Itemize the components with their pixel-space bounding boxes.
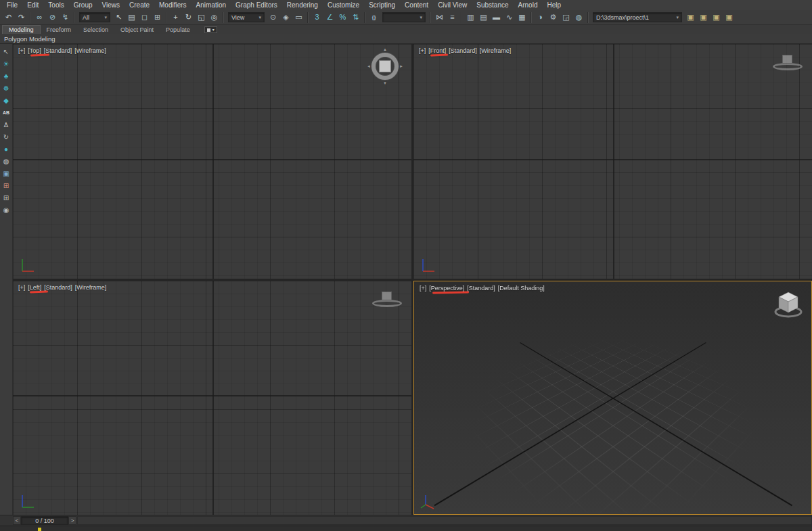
person-icon[interactable]: ♙	[3, 120, 9, 129]
toggle-scene-explorer-icon[interactable]: ▥	[464, 11, 477, 24]
render-setup-icon[interactable]: ⚙	[547, 11, 560, 24]
time-previous-button[interactable]: <	[13, 516, 21, 525]
menu-item-animation[interactable]: Animation	[191, 0, 231, 10]
viewport-menu-standard[interactable]: [Standard]	[467, 285, 495, 292]
curve-editor-icon[interactable]: ∿	[503, 11, 516, 24]
eye-icon[interactable]: ◉	[3, 206, 9, 214]
window-crossing-icon[interactable]: ⊞	[151, 11, 164, 24]
percent-snap-toggle-icon[interactable]: %	[336, 11, 349, 24]
viewport-menu-standard[interactable]: [Standard]	[44, 284, 72, 291]
rotate-icon[interactable]: ↻	[3, 133, 9, 141]
ribbon-tab-populate[interactable]: Populate	[160, 26, 196, 34]
fan-icon[interactable]: ☸	[3, 84, 9, 93]
select-and-scale-icon[interactable]: ◱	[195, 11, 208, 24]
viewport-menu-pov[interactable]: [Perspective]	[429, 285, 464, 292]
select-and-place-icon[interactable]: ◎	[208, 11, 221, 24]
render-preset-c-icon[interactable]: ▣	[710, 11, 723, 24]
viewport-menu-shading[interactable]: [Wireframe]	[74, 47, 106, 54]
redo-icon[interactable]: ↷	[15, 11, 28, 24]
viewport-menu-general[interactable]: [+]	[18, 284, 25, 291]
viewcube[interactable]	[372, 292, 402, 307]
render-production-icon[interactable]: ◍	[572, 11, 585, 24]
unlink-selection-icon[interactable]: ⊘	[46, 11, 59, 24]
viewcube-arrow-up-icon[interactable]: ▲	[383, 47, 387, 51]
select-by-name-icon[interactable]: ▤	[125, 11, 138, 24]
viewcube-arrow-down-icon[interactable]: ▼	[383, 81, 387, 85]
light-icon[interactable]: ☀	[3, 60, 9, 68]
menu-item-rendering[interactable]: Rendering	[282, 0, 323, 10]
rendered-frame-window-icon[interactable]: ◲	[560, 11, 572, 24]
select-and-rotate-icon[interactable]: ↻	[182, 11, 195, 24]
viewcube[interactable]	[773, 55, 803, 70]
undo-icon[interactable]: ↶	[2, 11, 15, 24]
viewport-menu-pov[interactable]: [Front]	[428, 47, 446, 54]
viewport-menu-standard[interactable]: [Standard]	[449, 47, 477, 54]
menu-item-civil-view[interactable]: Civil View	[433, 0, 472, 10]
angle-snap-toggle-icon[interactable]: ∠	[323, 11, 336, 24]
menu-item-customize[interactable]: Customize	[323, 0, 364, 10]
viewport-menu-pov[interactable]: [Top]	[28, 47, 41, 54]
droplet-icon[interactable]: ◆	[3, 96, 9, 105]
viewport-menu-standard[interactable]: [Standard]	[44, 47, 72, 54]
viewport-menu-general[interactable]: [+]	[419, 47, 426, 54]
time-slider-value[interactable]: 0 / 100	[21, 516, 68, 525]
viewport-left[interactable]: [+] [Left] [Standard] [Wireframe]	[13, 281, 411, 515]
ab-text-icon[interactable]: AB	[3, 108, 9, 117]
monitor-icon[interactable]: ▣	[3, 169, 9, 178]
sphere-icon[interactable]: ●	[4, 145, 8, 154]
reference-coordinate-system-dropdown[interactable]: View▾	[228, 12, 265, 22]
bulb-icon[interactable]: ◍	[3, 157, 9, 166]
ribbon-panel-title[interactable]: Polygon Modeling	[4, 35, 55, 43]
menu-item-create[interactable]: Create	[125, 0, 154, 10]
menu-item-modifiers[interactable]: Modifiers	[154, 0, 191, 10]
menu-item-graph-editors[interactable]: Graph Editors	[231, 0, 282, 10]
menu-item-views[interactable]: Views	[97, 0, 125, 10]
menu-item-arnold[interactable]: Arnold	[514, 0, 543, 10]
menu-item-content[interactable]: Content	[400, 0, 433, 10]
ribbon-config-button[interactable]: ▾	[204, 26, 217, 33]
select-and-manipulate-icon[interactable]: ◈	[279, 11, 292, 24]
viewport-front[interactable]: [+] [Front] [Standard] [Wireframe]	[413, 44, 812, 279]
material-editor-icon[interactable]: ◑	[534, 11, 547, 24]
schematic-view-icon[interactable]: ▦	[516, 11, 528, 24]
keyboard-shortcut-override-icon[interactable]: ▭	[292, 11, 305, 24]
viewport-menu-shading[interactable]: [Wireframe]	[480, 47, 512, 54]
time-next-button[interactable]: >	[68, 516, 76, 525]
ribbon-tab-freeform[interactable]: Freeform	[41, 26, 78, 34]
project-path-field[interactable]: D:\3dsmax\proect\1▾	[593, 12, 682, 22]
render-preset-b-icon[interactable]: ▣	[697, 11, 710, 24]
menu-item-scripting[interactable]: Scripting	[364, 0, 400, 10]
viewport-menu-shading[interactable]: [Default Shading]	[498, 285, 545, 292]
viewport-menu-shading[interactable]: [Wireframe]	[75, 284, 107, 291]
render-preset-d-icon[interactable]: ▣	[723, 11, 736, 24]
menu-item-tools[interactable]: Tools	[43, 0, 68, 10]
viewport-menu-pov[interactable]: [Left]	[28, 284, 41, 291]
menu-item-help[interactable]: Help	[542, 0, 566, 10]
plant-icon[interactable]: ♣	[4, 72, 9, 80]
select-tool-icon[interactable]: ↖	[3, 47, 9, 56]
viewport-perspective[interactable]: [+] [Perspective] [Standard] [Default Sh…	[413, 281, 812, 515]
snaps-toggle-icon[interactable]: 3	[311, 11, 323, 24]
viewport-menu-general[interactable]: [+]	[420, 285, 426, 292]
menu-item-substance[interactable]: Substance	[472, 0, 513, 10]
selection-filter-dropdown[interactable]: All▾	[79, 12, 110, 22]
viewcube-arrow-right-icon[interactable]: ►	[399, 64, 403, 68]
menu-item-edit[interactable]: Edit	[22, 0, 43, 10]
plus-box-icon[interactable]: ⊞	[3, 193, 9, 202]
align-icon[interactable]: ≡	[446, 11, 459, 24]
edit-named-selection-sets-icon[interactable]: {}	[367, 11, 380, 24]
named-selection-sets-dropdown[interactable]: ▾	[382, 12, 426, 22]
grid-plus-icon[interactable]: ⊞	[3, 181, 9, 190]
render-preset-a-icon[interactable]: ▣	[684, 11, 697, 24]
viewcube-arrow-left-icon[interactable]: ◄	[367, 64, 371, 68]
timeline-key-marker[interactable]	[38, 528, 41, 531]
toggle-ribbon-icon[interactable]: ▬	[490, 11, 503, 24]
select-and-move-icon[interactable]: +	[169, 11, 182, 24]
time-slider-track[interactable]	[77, 516, 812, 525]
select-and-link-icon[interactable]: ∞	[33, 11, 46, 24]
viewcube[interactable]	[772, 287, 805, 319]
use-pivot-point-center-icon[interactable]: ⊙	[267, 11, 279, 24]
select-object-icon[interactable]: ↖	[112, 11, 125, 24]
mirror-icon[interactable]: ⋈	[433, 11, 446, 24]
viewport-top[interactable]: [+] [Top] [Standard] [Wireframe] ◄ ► ▲ ▼	[13, 44, 411, 279]
